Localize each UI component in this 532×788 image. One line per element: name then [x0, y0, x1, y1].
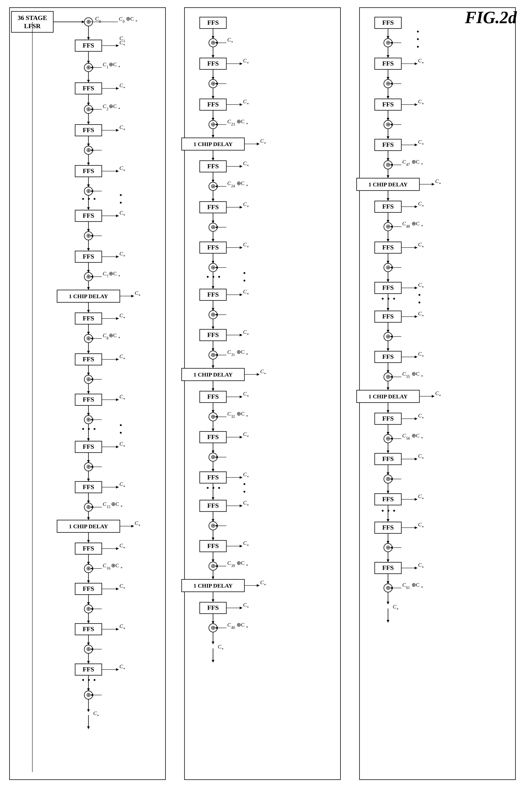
- svg-marker-237: [87, 580, 90, 583]
- svg-marker-511: [257, 584, 260, 587]
- svg-marker-120: [87, 287, 90, 290]
- svg-text:7: 7: [106, 274, 109, 278]
- svg-text:⊕: ⊕: [211, 454, 216, 460]
- svg-text:⊕: ⊕: [211, 183, 216, 189]
- svg-marker-751: [415, 567, 417, 569]
- svg-marker-579: [387, 136, 389, 139]
- svg-text:C: C: [418, 453, 422, 459]
- svg-text:FFS: FFS: [207, 19, 219, 26]
- svg-text:*: *: [138, 294, 140, 298]
- svg-text:FFS: FFS: [83, 42, 94, 49]
- svg-text:C: C: [119, 210, 123, 216]
- svg-text:*: *: [247, 435, 249, 439]
- svg-text:*: *: [422, 61, 424, 65]
- svg-text:C: C: [402, 371, 406, 377]
- svg-marker-303: [240, 62, 242, 65]
- svg-marker-426: [257, 373, 260, 376]
- svg-text:⊕C: ⊕C: [109, 103, 117, 109]
- svg-text:⊕: ⊕: [86, 188, 91, 194]
- svg-text:1 CHIP  DELAY: 1 CHIP DELAY: [193, 371, 233, 378]
- svg-text:FFS: FFS: [382, 101, 394, 108]
- svg-marker-335: [257, 143, 260, 145]
- svg-text:FFS: FFS: [83, 443, 94, 450]
- svg-text:C: C: [418, 493, 422, 499]
- svg-text:C: C: [243, 329, 247, 335]
- svg-marker-404: [212, 327, 214, 329]
- svg-text:⊕C: ⊕C: [412, 371, 419, 377]
- svg-text:16: 16: [106, 566, 110, 570]
- svg-marker-37: [87, 80, 90, 83]
- svg-text:C: C: [418, 241, 422, 248]
- svg-text:⊕C: ⊕C: [237, 118, 244, 124]
- svg-text:*: *: [422, 416, 424, 420]
- svg-marker-448: [212, 429, 214, 431]
- svg-text:C: C: [119, 124, 123, 130]
- svg-text:FFS: FFS: [382, 203, 394, 210]
- svg-text:FFS: FFS: [83, 253, 94, 260]
- svg-text:•: •: [416, 35, 419, 43]
- svg-text:•: •: [82, 425, 84, 433]
- svg-text:⊕: ⊕: [86, 147, 91, 153]
- svg-marker-466: [240, 476, 242, 479]
- svg-text:*: *: [123, 397, 125, 401]
- svg-text:⊕C: ⊕C: [412, 582, 419, 588]
- svg-text:C: C: [418, 351, 422, 357]
- svg-text:C: C: [243, 98, 247, 104]
- svg-text:C: C: [243, 201, 247, 207]
- svg-text:56: 56: [406, 436, 410, 440]
- svg-marker-722: [387, 491, 389, 494]
- svg-text:C: C: [227, 118, 231, 124]
- svg-text:C: C: [103, 61, 106, 67]
- svg-marker-124: [131, 295, 134, 297]
- svg-marker-331: [212, 135, 214, 138]
- svg-marker-128: [87, 310, 90, 313]
- svg-text:FFS: FFS: [382, 141, 394, 148]
- svg-text:•: •: [93, 195, 96, 203]
- svg-text:⊕: ⊕: [386, 80, 391, 86]
- svg-text:*: *: [231, 40, 233, 44]
- svg-text:⊕: ⊕: [211, 625, 216, 631]
- svg-text:C: C: [119, 543, 123, 548]
- svg-text:*: *: [247, 333, 249, 337]
- svg-marker-102: [87, 248, 90, 251]
- svg-text:⊕: ⊕: [386, 373, 391, 380]
- svg-text:•: •: [87, 425, 90, 433]
- svg-text:⊕: ⊕: [86, 464, 91, 470]
- svg-text:⊕: ⊕: [386, 476, 391, 482]
- svg-text:*: *: [247, 475, 249, 479]
- svg-text:*: *: [247, 102, 249, 106]
- svg-text:C: C: [135, 290, 138, 296]
- svg-marker-92: [116, 215, 119, 217]
- svg-marker-390: [212, 286, 214, 289]
- svg-text:⊕C: ⊕C: [237, 349, 244, 355]
- svg-text:•: •: [87, 676, 90, 684]
- svg-text:FFS: FFS: [207, 474, 219, 481]
- svg-text:⊕: ⊕: [386, 161, 391, 168]
- svg-marker-265: [87, 661, 90, 664]
- svg-marker-519: [240, 607, 242, 609]
- svg-text:C: C: [243, 471, 247, 477]
- svg-text:1: 1: [106, 65, 109, 69]
- svg-text:•: •: [119, 421, 122, 430]
- svg-text:FFS: FFS: [207, 542, 219, 549]
- svg-marker-686: [432, 395, 435, 398]
- svg-marker-282: [87, 709, 90, 712]
- svg-marker-357: [212, 199, 214, 201]
- svg-text:*: *: [118, 336, 120, 340]
- svg-text:*: *: [422, 497, 424, 501]
- svg-text:⊕: ⊕: [211, 352, 216, 358]
- svg-marker-241: [116, 588, 119, 590]
- svg-text:•: •: [212, 273, 215, 281]
- svg-text:*: *: [247, 394, 249, 398]
- svg-text:*: *: [118, 65, 120, 69]
- svg-text:*: *: [246, 122, 248, 126]
- svg-text:•: •: [119, 429, 122, 437]
- svg-text:*: *: [422, 204, 424, 209]
- svg-marker-712: [415, 458, 417, 460]
- svg-text:*: *: [123, 43, 125, 47]
- svg-text:⊕: ⊕: [386, 435, 391, 441]
- svg-text:*: *: [123, 546, 125, 550]
- svg-text:⊕: ⊕: [211, 264, 216, 270]
- svg-text:C: C: [103, 501, 106, 507]
- svg-text:C: C: [119, 481, 123, 487]
